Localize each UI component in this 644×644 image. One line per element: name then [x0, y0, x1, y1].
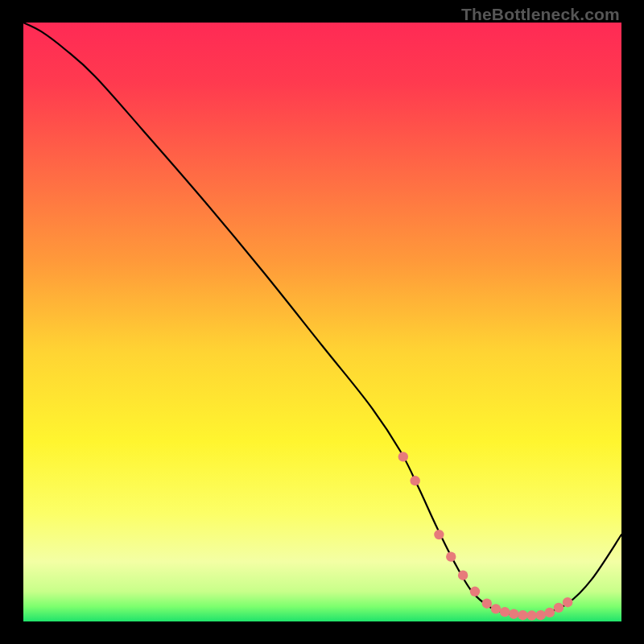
highlight-dot [545, 608, 555, 617]
highlight-dot [410, 476, 419, 485]
highlight-dot [434, 530, 444, 539]
highlight-dot [458, 571, 468, 580]
highlight-dot [500, 607, 510, 617]
highlight-dot [535, 610, 545, 620]
highlight-dot [482, 598, 492, 608]
highlight-dot [446, 551, 456, 561]
highlight-dot [491, 604, 501, 613]
highlight-dot [470, 587, 480, 597]
highlight-dot [518, 610, 527, 620]
highlight-dot [398, 452, 408, 461]
chart-background [23, 23, 621, 621]
bottleneck-chart [23, 23, 621, 621]
highlight-dot [554, 603, 564, 613]
highlight-dot [563, 597, 572, 607]
watermark-text: TheBottleneck.com [461, 5, 620, 24]
highlight-dot [526, 610, 536, 620]
chart-frame: TheBottleneck.com [0, 0, 644, 644]
highlight-dot [509, 609, 518, 619]
